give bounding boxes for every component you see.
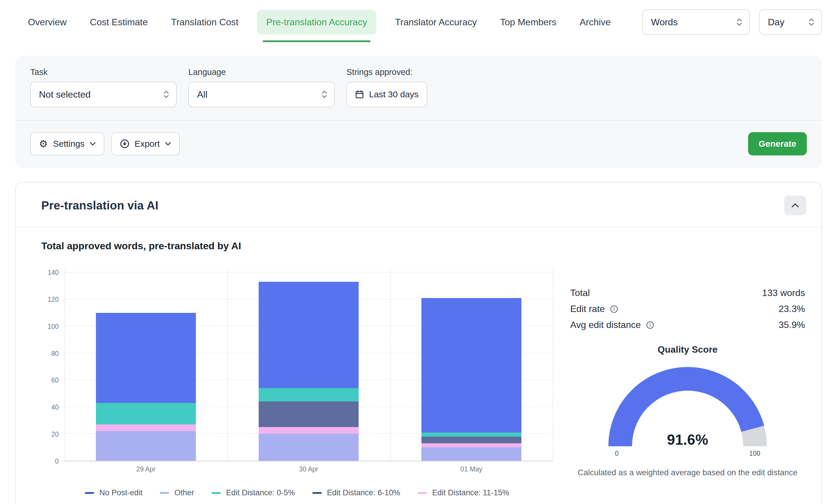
x-tick-label: 30 Apr	[227, 465, 390, 473]
calendar-icon	[355, 90, 364, 99]
gridline-vertical	[390, 269, 391, 461]
y-axis: 020406080100120140	[41, 272, 65, 461]
bar-segment-other	[96, 431, 196, 461]
gridline-vertical	[227, 269, 228, 461]
language-select[interactable]: All	[188, 82, 335, 107]
task-select-value: Not selected	[39, 89, 91, 100]
gauge-caption: Calculated as a weighted average based o…	[570, 468, 805, 477]
report-tabs: OverviewCost EstimateTranslation CostPre…	[23, 10, 615, 35]
y-tick-label: 0	[55, 457, 59, 465]
report-card: Pre-translation via AI Total approved wo…	[15, 182, 822, 504]
y-tick-label: 120	[48, 295, 59, 303]
y-tick-label: 60	[51, 377, 59, 384]
gauge-max: 100	[749, 450, 760, 457]
period-select[interactable]: Day	[759, 9, 822, 35]
x-tick-label: 29 Apr	[65, 465, 227, 473]
bar-30-apr[interactable]	[259, 272, 359, 461]
chevron-up-down-icon	[321, 90, 327, 98]
gauge-title: Quality Score	[570, 344, 805, 355]
tab-pre-translation-accuracy[interactable]: Pre-translation Accuracy	[257, 10, 376, 35]
export-label: Export	[135, 139, 160, 149]
tab-archive[interactable]: Archive	[575, 10, 616, 35]
legend-dash	[313, 492, 322, 494]
date-range-button[interactable]: Last 30 days	[346, 82, 427, 107]
info-icon[interactable]	[646, 321, 654, 329]
x-axis: 29 Apr30 Apr01 May	[65, 465, 553, 473]
collapse-button[interactable]	[784, 196, 806, 215]
download-circle-icon	[120, 139, 129, 148]
settings-button[interactable]: ⚙ Settings	[30, 132, 104, 156]
y-tick-label: 40	[51, 403, 59, 411]
bar-segment-no-post-edit	[422, 298, 521, 433]
legend-item-edit-distance-0-5: Edit Distance: 0-5%	[212, 488, 295, 497]
bar-segment-edit-distance-11-15	[96, 425, 196, 431]
stat-label: Avg edit distance	[570, 320, 654, 330]
chart-area: 020406080100120140 29 Apr30 Apr01 May No…	[41, 267, 553, 497]
task-field: Task Not selected	[30, 67, 177, 107]
strings-approved-label: Strings approved:	[346, 67, 427, 77]
legend-item-edit-distance-6-10: Edit Distance: 6-10%	[313, 488, 400, 497]
gauge-min: 0	[615, 450, 619, 457]
gridline-vertical	[553, 269, 553, 461]
report-card-body: Total approved words, pre-translated by …	[16, 228, 821, 497]
chevron-down-icon	[165, 142, 171, 146]
gauge-scale: 0 100	[603, 450, 772, 457]
x-tick-label: 01 May	[390, 465, 553, 473]
gear-icon: ⚙	[39, 139, 48, 149]
tab-translation-cost[interactable]: Translation Cost	[166, 10, 243, 35]
stat-label: Total	[570, 288, 590, 298]
export-button[interactable]: Export	[111, 132, 180, 156]
strings-approved-field: Strings approved: Last 30 days	[346, 67, 427, 107]
reports-page: OverviewCost EstimateTranslation CostPre…	[0, 0, 837, 504]
chevron-down-icon	[90, 142, 95, 146]
tab-cost-estimate[interactable]: Cost Estimate	[85, 10, 152, 35]
legend-dash	[417, 492, 427, 494]
tab-translator-accuracy[interactable]: Translator Accuracy	[390, 10, 482, 35]
bar-segment-other	[422, 447, 521, 461]
legend-dash	[85, 492, 94, 494]
chart-title: Total approved words, pre-translated by …	[41, 240, 805, 252]
legend-dash	[160, 492, 169, 494]
legend-label: Edit Distance: 0-5%	[226, 488, 295, 497]
gauge-value: 91.6%	[603, 431, 772, 448]
filter-divider	[15, 120, 822, 121]
y-tick-label: 100	[48, 322, 59, 330]
tab-top-members[interactable]: Top Members	[496, 10, 561, 35]
y-tick-label: 20	[51, 431, 59, 438]
stat-label: Edit rate	[570, 304, 618, 314]
task-select[interactable]: Not selected	[30, 82, 177, 107]
filter-panel: Task Not selected Language All	[15, 56, 822, 168]
info-icon[interactable]	[610, 305, 618, 313]
legend-label: No Post-edit	[100, 488, 143, 497]
stats-panel: Total133 wordsEdit rate23.3%Avg edit dis…	[570, 267, 805, 497]
filter-actions: ⚙ Settings Export Generate	[30, 132, 807, 156]
chevron-up-down-icon	[808, 18, 814, 26]
stat-row-total: Total133 words	[570, 288, 805, 298]
legend-label: Edit Distance: 6-10%	[327, 488, 400, 497]
bar-29-apr[interactable]	[96, 272, 196, 461]
filter-row: Task Not selected Language All	[30, 67, 807, 107]
y-tick-label: 80	[51, 349, 59, 357]
nav-selects: Words Day	[642, 9, 822, 35]
legend-dash	[212, 492, 221, 494]
legend-item-other: Other	[160, 488, 194, 497]
tab-overview[interactable]: Overview	[23, 10, 71, 35]
bar-segment-other	[259, 434, 359, 461]
bar-segment-no-post-edit	[259, 282, 359, 388]
unit-select[interactable]: Words	[642, 9, 750, 35]
generate-button[interactable]: Generate	[748, 132, 807, 156]
language-select-value: All	[197, 89, 208, 100]
stat-value: 23.3%	[779, 304, 805, 314]
period-select-value: Day	[768, 17, 784, 28]
bar-segment-edit-distance-0-5	[96, 403, 196, 425]
stats-list: Total133 wordsEdit rate23.3%Avg edit dis…	[570, 288, 805, 330]
stat-row-edit-rate: Edit rate23.3%	[570, 304, 805, 314]
legend-item-edit-distance-11-15: Edit Distance: 11-15%	[417, 488, 509, 497]
language-field: Language All	[188, 67, 335, 107]
unit-select-value: Words	[651, 17, 678, 28]
legend-label: Other	[174, 488, 194, 497]
gridline-vertical	[65, 269, 65, 461]
quality-gauge: 91.6% 0 100	[603, 363, 772, 457]
bar-01-may[interactable]	[422, 272, 521, 461]
bar-segment-no-post-edit	[96, 313, 196, 403]
